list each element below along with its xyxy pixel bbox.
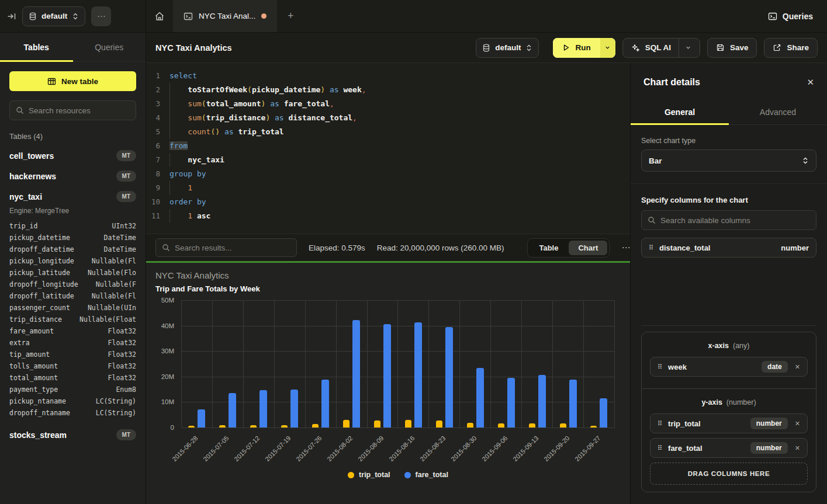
legend-item-trip_total[interactable]: trip_total <box>348 471 390 479</box>
code-text: sum(total_amount) as fare_total, <box>167 97 334 111</box>
x-axis-section: x-axis (any) ⠿weekdate✕ <box>642 332 816 388</box>
code-line[interactable]: 10order by <box>146 195 630 209</box>
column-type-badge: date <box>762 361 788 373</box>
share-button[interactable]: Share <box>764 38 818 58</box>
column-name: trip_distance <box>9 314 62 325</box>
code-line[interactable]: 8group by <box>146 167 630 181</box>
column-chip-distance_total[interactable]: ⠿distance_totalnumber <box>641 238 816 258</box>
remove-icon[interactable]: ✕ <box>795 420 800 427</box>
sql-editor[interactable]: 1select2 toStartOfWeek(pickup_datetime) … <box>146 63 630 234</box>
remove-icon[interactable]: ✕ <box>795 444 800 452</box>
bar-trip_total <box>467 423 473 427</box>
drag-handle-icon[interactable]: ⠿ <box>658 444 662 452</box>
code-token: as <box>224 127 234 136</box>
rows-read: Read: 20,000,000 rows (260.00 MB) <box>377 244 504 252</box>
results-search-input[interactable] <box>175 244 290 252</box>
sql-ai-caret[interactable] <box>679 39 691 57</box>
tab-advanced[interactable]: Advanced <box>729 99 827 124</box>
code-text: select <box>167 69 197 83</box>
code-token <box>169 85 188 94</box>
code-line[interactable]: 11 1 asc <box>146 209 630 223</box>
code-line[interactable]: 3 sum(total_amount) as fare_total, <box>146 97 630 111</box>
chart-type-select[interactable]: Bar <box>641 150 816 172</box>
column-type: LC(String) <box>96 395 136 407</box>
drag-handle-icon[interactable]: ⠿ <box>649 244 653 252</box>
topbar-right[interactable]: Queries <box>768 0 827 32</box>
y-axis-ticks: 50M40M30M20M10M0 <box>155 300 181 427</box>
table-column-row: pickup_datetimeDateTime <box>9 232 136 244</box>
table-name: hackernews <box>9 172 56 181</box>
results-search[interactable] <box>155 238 297 257</box>
resource-search-input[interactable] <box>29 106 130 115</box>
database-selector[interactable]: default <box>22 6 85 26</box>
x-axis-hint: (any) <box>733 342 749 350</box>
column-chip-fare_total[interactable]: ⠿fare_totalnumber✕ <box>650 438 808 458</box>
x-label-cell: 2015-09-20 <box>553 427 584 471</box>
code-token: toStartOfWeek <box>188 85 247 94</box>
legend-item-fare_total[interactable]: fare_total <box>404 471 448 479</box>
view-toggle-chart[interactable]: Chart <box>569 241 607 255</box>
bar-fare_total <box>414 322 422 427</box>
sidebar-table-row[interactable]: hackernewsMT <box>0 166 146 186</box>
code-line[interactable]: 7 nyc_taxi <box>146 153 630 167</box>
sidebar-tab-tables[interactable]: Tables <box>0 33 73 61</box>
y-axis-label-row: y-axis (number) <box>650 396 808 413</box>
close-icon[interactable]: ✕ <box>807 77 814 88</box>
sidebar-table-row[interactable]: nyc_taxiMT <box>0 186 146 207</box>
new-tab-button[interactable]: + <box>277 0 304 32</box>
column-type: Nullable(Flo <box>88 267 136 279</box>
code-text: 1 asc <box>167 209 210 223</box>
code-token: as <box>270 99 279 108</box>
sidebar-more-button[interactable]: ⋯ <box>91 6 111 26</box>
code-token: 1 <box>188 211 192 220</box>
bar-fare_total <box>507 378 515 427</box>
column-name: pickup_ntaname <box>9 395 66 407</box>
columns-search[interactable] <box>641 210 816 230</box>
column-chip-trip_total[interactable]: ⠿trip_totalnumber✕ <box>650 413 808 433</box>
code-line[interactable]: 2 toStartOfWeek(pickup_datetime) as week… <box>146 83 630 97</box>
code-text: toStartOfWeek(pickup_datetime) as week, <box>167 83 366 97</box>
save-button[interactable]: Save <box>707 38 757 58</box>
run-button[interactable]: Run <box>553 38 615 58</box>
bar-trip_total <box>405 420 411 427</box>
legend-label: fare_total <box>416 471 448 479</box>
sidebar-table-row[interactable]: stocks_streamMT <box>0 425 146 445</box>
code-line[interactable]: 4 sum(trip_distance) as distance_total, <box>146 111 630 125</box>
sidebar-table-row[interactable]: cell_towersMT <box>0 145 146 166</box>
line-number: 11 <box>146 209 167 223</box>
home-icon[interactable] <box>146 0 173 32</box>
tab-general[interactable]: General <box>631 99 729 124</box>
sql-ai-button[interactable]: SQL AI <box>622 38 700 58</box>
column-type-badge: number <box>781 244 809 252</box>
columns-search-input[interactable] <box>660 216 810 225</box>
drop-zone[interactable]: DRAG COLUMNS HERE <box>650 463 808 485</box>
code-line[interactable]: 9 1 <box>146 181 630 195</box>
bar-fare_total <box>445 327 453 427</box>
run-options-caret[interactable] <box>600 38 615 58</box>
drag-handle-icon[interactable]: ⠿ <box>658 363 662 371</box>
tab-nyc-taxi-analytics[interactable]: NYC Taxi Anal... <box>173 0 277 32</box>
elapsed-time: Elapsed: 0.579s <box>309 244 365 252</box>
collapse-sidebar-icon[interactable] <box>7 12 16 21</box>
view-toggle: TableChart <box>527 238 610 258</box>
code-line[interactable]: 1select <box>146 69 630 83</box>
toolbar-database-selector[interactable]: default <box>476 38 539 58</box>
bar-group <box>182 300 213 427</box>
database-selector-value: default <box>41 12 67 20</box>
code-token <box>169 211 188 220</box>
resource-search[interactable] <box>9 100 136 120</box>
code-token: ( <box>247 85 252 94</box>
drag-handle-icon[interactable]: ⠿ <box>658 420 662 427</box>
column-type: Nullable(Fl <box>92 255 136 267</box>
view-toggle-table[interactable]: Table <box>530 241 568 255</box>
bar-fare_total <box>352 320 360 427</box>
remove-icon[interactable]: ✕ <box>795 363 800 371</box>
line-number: 5 <box>146 125 167 139</box>
share-label: Share <box>787 43 809 52</box>
code-line[interactable]: 5 count() as trip_total <box>146 125 630 139</box>
column-chip-week[interactable]: ⠿weekdate✕ <box>650 357 808 377</box>
code-line[interactable]: 6from <box>146 139 630 153</box>
new-table-button[interactable]: New table <box>9 71 136 91</box>
sidebar-tab-queries[interactable]: Queries <box>73 33 146 61</box>
app-body: Tables Queries New table Tables (4) cell… <box>0 33 827 504</box>
